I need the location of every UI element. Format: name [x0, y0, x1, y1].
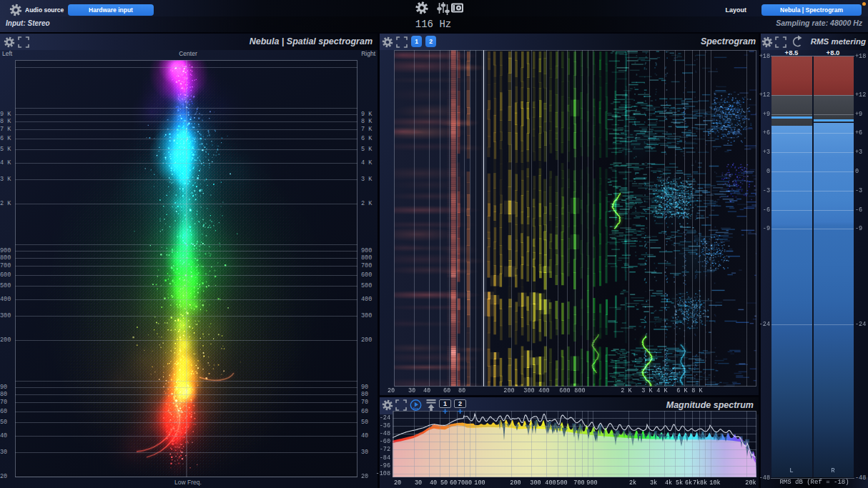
svg-text:live: live — [413, 407, 419, 410]
